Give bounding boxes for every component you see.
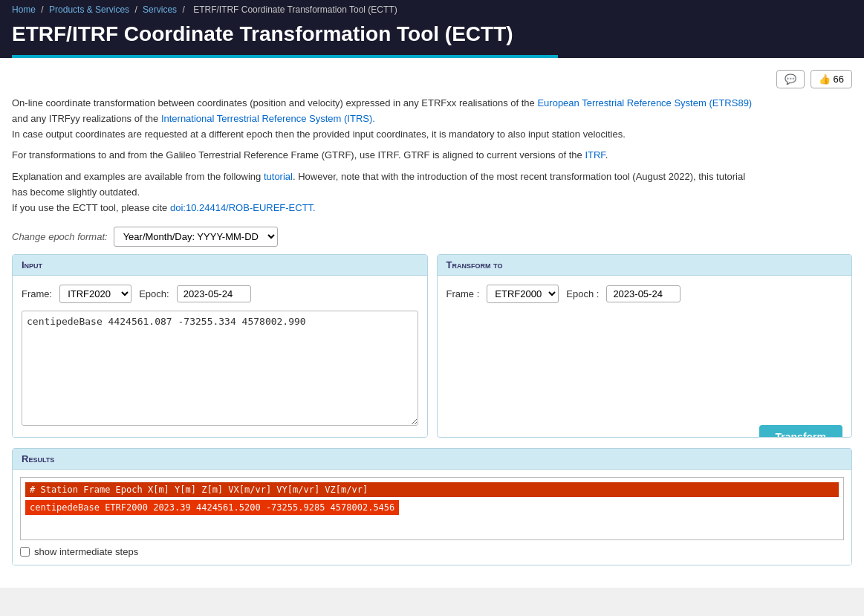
results-data-area: centipedeBase ETRF2000 2023.39 4424561.5… bbox=[25, 500, 839, 515]
results-panel-header: Results bbox=[13, 449, 851, 470]
action-bar: 💬 👍 66 bbox=[12, 70, 852, 88]
main-content: 💬 👍 66 On-line coordinate transformation… bbox=[0, 58, 864, 588]
transform-button-container: Transform bbox=[438, 425, 852, 438]
input-frame-select[interactable]: ITRF2020 ITRF2014 ITRF2008 ITRF2005 ETRF… bbox=[59, 285, 131, 303]
transform-frame-epoch-row: Frame : ETRF2000 ETRF2014 ETRF2020 ITRF2… bbox=[438, 276, 852, 312]
transform-panel: Transform to Frame : ETRF2000 ETRF2014 E… bbox=[437, 254, 853, 438]
description-block: On-line coordinate transformation betwee… bbox=[12, 96, 852, 142]
description-line2: and any ITRFyy realizations of the Inter… bbox=[12, 111, 852, 127]
transform-epoch-field[interactable] bbox=[606, 285, 681, 302]
input-epoch-label: Epoch: bbox=[139, 288, 169, 299]
page-title: ETRF/ITRF Coordinate Transformation Tool… bbox=[12, 16, 852, 55]
transform-panel-wrapper: Frame : ETRF2000 ETRF2014 ETRF2020 ITRF2… bbox=[438, 276, 852, 438]
header-bar: Home / Products & Services / Services / … bbox=[0, 0, 864, 58]
breadcrumb-services[interactable]: Services bbox=[143, 4, 177, 15]
intermediate-steps-row: show intermediate steps bbox=[20, 546, 844, 557]
breadcrumb-products[interactable]: Products & Services bbox=[49, 4, 129, 15]
itrs-link[interactable]: International Terrestrial Reference Syst… bbox=[161, 113, 375, 124]
intermediate-steps-checkbox[interactable] bbox=[20, 547, 30, 557]
description-line1: On-line coordinate transformation betwee… bbox=[12, 96, 852, 111]
results-panel-body: # Station Frame Epoch X[m] Y[m] Z[m] VX[… bbox=[13, 470, 851, 565]
input-panel: Input Frame: ITRF2020 ITRF2014 ITRF2008 … bbox=[12, 254, 428, 438]
transform-frame-label: Frame : bbox=[446, 288, 480, 299]
breadcrumb-current: ETRF/ITRF Coordinate Transformation Tool… bbox=[193, 4, 397, 15]
input-frame-label: Frame: bbox=[22, 288, 52, 299]
input-frame-epoch-row: Frame: ITRF2020 ITRF2014 ITRF2008 ITRF20… bbox=[22, 285, 418, 303]
results-data-row: centipedeBase ETRF2000 2023.39 4424561.5… bbox=[25, 500, 399, 515]
results-panel: Results # Station Frame Epoch X[m] Y[m] … bbox=[12, 448, 852, 565]
breadcrumb-sep-3: / bbox=[182, 4, 187, 15]
tutorial-link[interactable]: tutorial bbox=[264, 171, 293, 182]
transform-panel-header: Transform to bbox=[438, 255, 852, 276]
results-content-area: # Station Frame Epoch X[m] Y[m] Z[m] VX[… bbox=[20, 477, 844, 540]
epoch-format-label: Change epoch format: bbox=[12, 231, 108, 242]
input-panel-header: Input bbox=[13, 255, 427, 276]
etrs89-link[interactable]: European Terrestrial Reference System (E… bbox=[537, 97, 752, 108]
breadcrumb-sep-1: / bbox=[41, 4, 46, 15]
itrf-link[interactable]: ITRF bbox=[585, 149, 605, 161]
input-panel-body: Frame: ITRF2020 ITRF2014 ITRF2008 ITRF20… bbox=[13, 276, 427, 437]
description-line3: In case output coordinates are requested… bbox=[12, 127, 852, 143]
results-header-row: # Station Frame Epoch X[m] Y[m] Z[m] VX[… bbox=[25, 482, 839, 497]
comment-button[interactable]: 💬 bbox=[776, 70, 805, 88]
transform-button[interactable]: Transform bbox=[759, 425, 842, 438]
description-galileo: For transformations to and from the Gali… bbox=[12, 148, 852, 163]
comment-icon: 💬 bbox=[785, 74, 796, 85]
transform-frame-select[interactable]: ETRF2000 ETRF2014 ETRF2020 ITRF2020 ITRF… bbox=[487, 285, 559, 303]
cite-link[interactable]: doi:10.24414/ROB-EUREF-ECTT. bbox=[170, 202, 316, 213]
breadcrumb-sep-2: / bbox=[134, 4, 140, 15]
transform-epoch-label: Epoch : bbox=[566, 288, 599, 299]
like-count: 66 bbox=[834, 74, 844, 85]
input-coordinates-textarea[interactable]: centipedeBase 4424561.087 -73255.334 457… bbox=[22, 311, 418, 426]
panels-row: Input Frame: ITRF2020 ITRF2014 ITRF2008 … bbox=[12, 254, 852, 438]
intermediate-steps-label[interactable]: show intermediate steps bbox=[34, 546, 138, 557]
breadcrumb: Home / Products & Services / Services / … bbox=[12, 0, 852, 16]
breadcrumb-home[interactable]: Home bbox=[12, 4, 36, 15]
description-tutorial: Explanation and examples are available f… bbox=[12, 169, 852, 215]
epoch-format-row: Change epoch format: Year/Month/Day: YYY… bbox=[12, 227, 852, 247]
input-epoch-field[interactable] bbox=[177, 285, 251, 302]
like-icon: 👍 bbox=[819, 74, 831, 85]
epoch-format-select[interactable]: Year/Month/Day: YYYY-MM-DD Decimal Year … bbox=[114, 227, 278, 247]
like-button[interactable]: 👍 66 bbox=[811, 70, 852, 88]
